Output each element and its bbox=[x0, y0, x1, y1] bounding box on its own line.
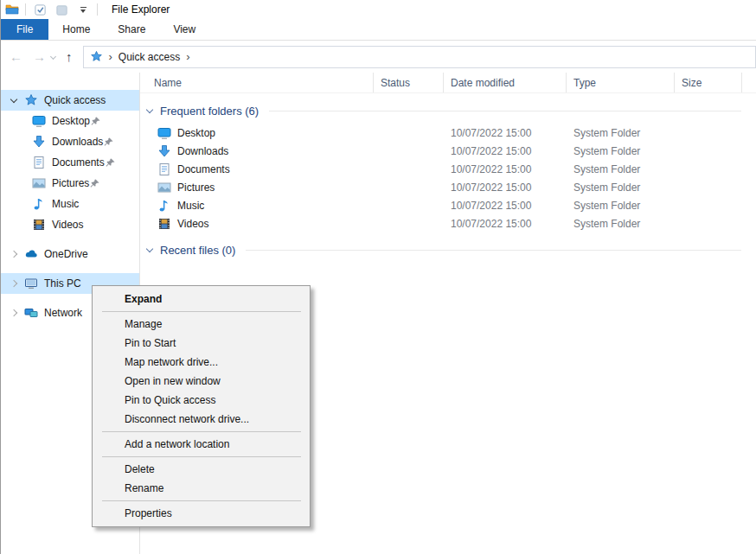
menu-item-properties[interactable]: Properties bbox=[93, 504, 310, 523]
menu-item-pin-to-quick-access[interactable]: Pin to Quick access bbox=[93, 391, 310, 410]
sidebar-gap bbox=[1, 264, 139, 273]
column-header-status[interactable]: Status bbox=[374, 73, 444, 92]
column-header-row: Name Status Date modified Type Size bbox=[140, 73, 756, 93]
new-folder-quick-button[interactable] bbox=[54, 2, 69, 17]
toolbar-separator bbox=[97, 3, 98, 16]
menu-item-open-in-new-window[interactable]: Open in new window bbox=[93, 372, 310, 391]
sidebar-item-quick-access[interactable]: Quick access bbox=[1, 90, 139, 111]
file-type: System Folder bbox=[567, 145, 675, 157]
window-title: File Explorer bbox=[112, 3, 170, 16]
sidebar-item-documents[interactable]: Documents bbox=[1, 152, 139, 173]
onedrive-cloud-icon bbox=[24, 247, 38, 261]
checkbox-icon bbox=[34, 3, 47, 16]
file-name: Pictures bbox=[177, 181, 215, 194]
file-name: Music bbox=[177, 200, 204, 212]
sidebar-item-label: This PC bbox=[44, 277, 81, 290]
sidebar-item-label: Music bbox=[52, 198, 79, 210]
desktop-icon bbox=[32, 114, 46, 128]
file-row-desktop[interactable]: Desktop 10/07/2022 15:00 System Folder bbox=[140, 124, 756, 142]
file-name: Downloads bbox=[177, 145, 228, 157]
sidebar-item-label: Network bbox=[44, 307, 82, 319]
tab-view[interactable]: View bbox=[161, 19, 208, 40]
file-row-videos[interactable]: Videos 10/07/2022 15:00 System Folder bbox=[140, 214, 756, 232]
file-row-documents[interactable]: Documents 10/07/2022 15:00 System Folder bbox=[140, 160, 756, 178]
folder-icon bbox=[55, 3, 68, 16]
menu-item-pin-to-start[interactable]: Pin to Start bbox=[93, 334, 310, 353]
chevron-right-icon[interactable] bbox=[10, 309, 17, 316]
file-row-downloads[interactable]: Downloads 10/07/2022 15:00 System Folder bbox=[140, 142, 756, 160]
dropdown-arrow-icon bbox=[77, 7, 89, 13]
forward-button[interactable]: → bbox=[33, 50, 46, 63]
navigation-bar: ← → ↑ › Quick access › bbox=[1, 41, 756, 73]
tab-share[interactable]: Share bbox=[106, 19, 157, 40]
file-type: System Folder bbox=[567, 181, 675, 194]
title-bar: File Explorer bbox=[1, 0, 756, 19]
menu-item-rename[interactable]: Rename bbox=[93, 479, 310, 498]
group-divider-line bbox=[269, 111, 741, 111]
breadcrumb-chevron-icon[interactable]: › bbox=[109, 51, 112, 62]
chevron-right-icon[interactable] bbox=[10, 280, 17, 287]
file-date-modified: 10/07/2022 15:00 bbox=[444, 145, 567, 157]
videos-icon bbox=[157, 217, 171, 231]
sidebar-item-downloads[interactable]: Downloads bbox=[1, 131, 139, 152]
group-header-recent-files[interactable]: Recent files (0) bbox=[140, 240, 756, 259]
group-header-frequent-folders[interactable]: Frequent folders (6) bbox=[140, 101, 756, 120]
file-type: System Folder bbox=[567, 218, 675, 230]
breadcrumb-chevron-icon[interactable]: › bbox=[186, 51, 189, 62]
sidebar-item-label: OneDrive bbox=[44, 248, 88, 260]
toolbar-separator bbox=[25, 3, 26, 16]
file-explorer-window: File Explorer File Home Share View ← → ↑… bbox=[0, 0, 756, 554]
chevron-down-icon[interactable] bbox=[10, 95, 17, 102]
pictures-icon bbox=[32, 176, 46, 190]
menu-separator bbox=[102, 456, 301, 457]
column-header-date-modified[interactable]: Date modified bbox=[444, 73, 567, 92]
sidebar-gap bbox=[1, 235, 139, 244]
menu-separator bbox=[102, 431, 301, 432]
ribbon-tab-bar: File Home Share View bbox=[1, 19, 756, 41]
back-button[interactable]: ← bbox=[10, 50, 22, 63]
tab-file[interactable]: File bbox=[1, 19, 48, 40]
chevron-right-icon[interactable] bbox=[10, 251, 17, 258]
sidebar-item-music[interactable]: Music bbox=[1, 194, 139, 214]
file-type: System Folder bbox=[567, 200, 675, 212]
file-type: System Folder bbox=[567, 127, 675, 139]
customize-quick-access-toolbar-button[interactable] bbox=[75, 2, 91, 17]
downloads-icon bbox=[32, 135, 46, 149]
menu-item-add-a-network-location[interactable]: Add a network location bbox=[93, 435, 310, 454]
menu-item-manage[interactable]: Manage bbox=[93, 315, 310, 334]
quick-access-star-icon bbox=[24, 93, 38, 107]
chevron-down-icon[interactable] bbox=[146, 105, 153, 112]
column-header-size[interactable]: Size bbox=[675, 73, 742, 92]
properties-quick-button[interactable] bbox=[32, 2, 48, 17]
recent-locations-dropdown[interactable] bbox=[50, 54, 56, 60]
file-date-modified: 10/07/2022 15:00 bbox=[444, 127, 567, 139]
file-name: Videos bbox=[177, 218, 208, 230]
chevron-down-icon[interactable] bbox=[146, 245, 153, 252]
tab-home[interactable]: Home bbox=[50, 19, 102, 40]
menu-item-expand[interactable]: Expand bbox=[93, 290, 310, 309]
group-label: Recent files (0) bbox=[160, 244, 235, 257]
file-type: System Folder bbox=[567, 163, 675, 175]
sidebar-item-label: Videos bbox=[52, 219, 83, 231]
file-row-pictures[interactable]: Pictures 10/07/2022 15:00 System Folder bbox=[140, 178, 756, 196]
file-name: Documents bbox=[177, 163, 230, 175]
quick-access-star-icon bbox=[90, 50, 103, 63]
menu-item-delete[interactable]: Delete bbox=[93, 460, 310, 479]
downloads-icon bbox=[157, 144, 171, 158]
column-header-name[interactable]: Name bbox=[140, 73, 374, 92]
up-button[interactable]: ↑ bbox=[66, 50, 73, 63]
menu-item-disconnect-network-drive[interactable]: Disconnect network drive... bbox=[93, 410, 310, 429]
menu-item-map-network-drive[interactable]: Map network drive... bbox=[93, 353, 310, 372]
address-bar[interactable]: › Quick access › bbox=[83, 46, 756, 68]
sidebar-item-pictures[interactable]: Pictures bbox=[1, 173, 139, 194]
sidebar-item-videos[interactable]: Videos bbox=[1, 214, 139, 235]
sidebar-item-label: Downloads bbox=[52, 136, 103, 148]
file-date-modified: 10/07/2022 15:00 bbox=[444, 218, 567, 230]
breadcrumb-quick-access[interactable]: Quick access bbox=[119, 51, 180, 63]
column-header-type[interactable]: Type bbox=[567, 73, 675, 92]
sidebar-item-onedrive[interactable]: OneDrive bbox=[1, 244, 139, 264]
sidebar-item-desktop[interactable]: Desktop bbox=[1, 111, 139, 131]
file-row-music[interactable]: Music 10/07/2022 15:00 System Folder bbox=[140, 196, 756, 214]
menu-separator bbox=[102, 500, 301, 501]
pin-icon bbox=[103, 137, 114, 148]
